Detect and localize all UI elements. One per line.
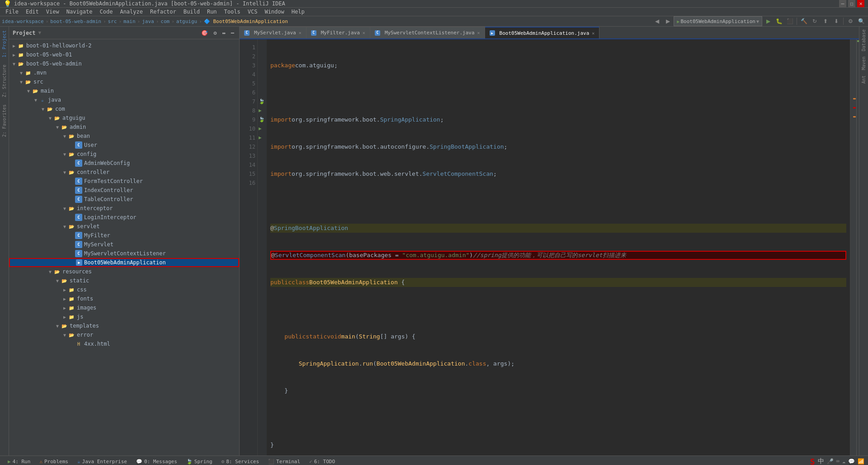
menu-view[interactable]: View: [42, 8, 63, 16]
menu-code[interactable]: Code: [96, 8, 117, 16]
build-button[interactable]: 🔨: [799, 16, 809, 26]
tab-myservlet[interactable]: C MyServlet.java ✕: [240, 27, 307, 38]
tree-item-login-interceptor[interactable]: C LoginInterceptor: [9, 213, 239, 222]
bottom-tab-run[interactable]: ▶ 4: Run: [4, 456, 34, 465]
tree-item-index-controller[interactable]: C IndexController: [9, 186, 239, 195]
panel-database[interactable]: Database: [860, 27, 867, 54]
settings-button[interactable]: ⚙: [845, 16, 855, 26]
tree-item-interceptor[interactable]: ▼ 📂 interceptor: [9, 204, 239, 213]
menu-file[interactable]: File: [2, 8, 22, 16]
tree-item-js[interactable]: ▶ 📁 js: [9, 312, 239, 321]
panel-locate-btn[interactable]: 🎯: [200, 29, 209, 37]
search-button[interactable]: 🔍: [856, 16, 866, 26]
menu-run[interactable]: Run: [203, 8, 221, 16]
breadcrumb-src[interactable]: src: [108, 19, 117, 24]
tree-item-admin[interactable]: ▼ 📂 admin: [9, 122, 239, 132]
refresh-button[interactable]: ↻: [810, 16, 820, 26]
panel-expand-btn[interactable]: ↔: [221, 29, 227, 37]
tree-item-main[interactable]: ▼ 📂 main: [9, 86, 239, 95]
menu-navigate[interactable]: Navigate: [63, 8, 96, 16]
tree-item-images[interactable]: ▶ 📁 images: [9, 303, 239, 312]
panel-maven[interactable]: Maven: [860, 54, 867, 73]
breadcrumb-main[interactable]: main: [123, 19, 136, 24]
git-fetch[interactable]: ⬇: [831, 16, 841, 26]
tree-item-myswervlet[interactable]: C MySwervletContextListener: [9, 249, 239, 258]
tab-close-myservlet[interactable]: ✕: [299, 30, 302, 35]
run-button[interactable]: ▶: [763, 16, 773, 26]
menu-edit[interactable]: Edit: [22, 8, 42, 16]
tree-item-boot05-01[interactable]: ▶ 📁 boot-05-web-01: [9, 50, 239, 59]
tree-item-bean[interactable]: ▼ 📂 bean: [9, 132, 239, 141]
debug-button[interactable]: 🐛: [774, 16, 784, 26]
tree-item-static[interactable]: ▼ 📂 static: [9, 276, 239, 285]
stop-button[interactable]: ⬛: [785, 16, 795, 26]
tree-item-fonts[interactable]: ▶ 📁 fonts: [9, 294, 239, 303]
menu-vcs[interactable]: VCS: [244, 8, 261, 16]
editor-scrollbar[interactable]: [850, 39, 856, 456]
forward-button[interactable]: ▶: [663, 16, 673, 26]
tree-item-servlet[interactable]: ▼ 📂 servlet: [9, 222, 239, 231]
tree-item-error[interactable]: ▼ 📂 error: [9, 330, 239, 339]
tree-item-resources[interactable]: ▼ 📂 resources: [9, 267, 239, 276]
menu-tools[interactable]: Tools: [221, 8, 244, 16]
bottom-tab-java-enterprise[interactable]: ☕ Java Enterprise: [73, 456, 131, 465]
bottom-tab-services[interactable]: ⚙ 8: Services: [217, 456, 263, 465]
run-config-dropdown[interactable]: ▶ Boot05WebAdminApplication ▼: [674, 16, 762, 26]
menu-build[interactable]: Build: [180, 8, 203, 16]
bottom-tab-todo[interactable]: ✓ 6: TODO: [305, 456, 339, 465]
close-button[interactable]: ✕: [857, 0, 864, 7]
breadcrumb-com[interactable]: com: [160, 19, 170, 24]
tree-item-atguigu[interactable]: ▼ 📂 atguigu: [9, 113, 239, 122]
tree-item-adminwebconfig[interactable]: C AdminWebConfig: [9, 159, 239, 168]
back-button[interactable]: ◀: [652, 16, 662, 26]
menu-refactor[interactable]: Refactor: [146, 8, 180, 16]
bottom-tab-problems[interactable]: ⚠ Problems: [35, 456, 72, 465]
git-button[interactable]: ⬆: [821, 16, 830, 26]
tab-close-myswervlet[interactable]: ✕: [477, 30, 480, 35]
folder-icon: 📁: [24, 69, 32, 76]
tree-item-boot05-app[interactable]: ▶ Boot05WebAdminApplication: [9, 258, 239, 267]
breadcrumb-class[interactable]: 🔷 Boot05WebAdminApplication: [204, 19, 288, 24]
breadcrumb-java[interactable]: java: [142, 19, 154, 24]
tree-item-com[interactable]: ▼ 📂 com: [9, 104, 239, 113]
bottom-tab-spring[interactable]: 🍃 Spring: [182, 456, 217, 465]
tree-item-controller[interactable]: ▼ 📂 controller: [9, 168, 239, 177]
code-editor[interactable]: package com.atguigu; import org.springfr…: [267, 39, 850, 456]
tab-close-boot05app[interactable]: ✕: [592, 31, 594, 36]
tree-item-table-controller[interactable]: C TableController: [9, 195, 239, 204]
tree-item-css[interactable]: ▶ 📁 css: [9, 285, 239, 294]
panel-ant[interactable]: Ant: [860, 73, 867, 86]
tab-boot05app[interactable]: ▶ Boot05WebAdminApplication.java ✕: [485, 27, 600, 38]
tab-myfilter[interactable]: C MyFilter.java ✕: [307, 27, 370, 38]
tree-item-boot05-admin[interactable]: ▼ 📂 boot-05-web-admin: [9, 59, 239, 68]
bottom-tab-messages[interactable]: 💬 0: Messages: [132, 456, 181, 465]
breadcrumb-boot-05[interactable]: boot-05-web-admin: [50, 19, 101, 24]
tree-item-formtest[interactable]: C FormTestController: [9, 177, 239, 186]
vtab-structure[interactable]: Z: Structure: [1, 61, 8, 101]
panel-hide-btn[interactable]: —: [230, 29, 236, 37]
menu-window[interactable]: Window: [261, 8, 288, 16]
vtab-project[interactable]: 1: Project: [1, 27, 8, 61]
tree-item-mvn[interactable]: ▼ 📁 .mvn: [9, 68, 239, 77]
tree-item-myfilter[interactable]: C MyFilter: [9, 231, 239, 240]
tree-item-myservlet[interactable]: C MyServlet: [9, 240, 239, 249]
tree-item-4xx[interactable]: H 4xx.html: [9, 339, 239, 348]
tree-item-java[interactable]: ▼ ☕ java: [9, 95, 239, 104]
tree-item-user[interactable]: C User: [9, 141, 239, 150]
tree-item-boot01[interactable]: ▶ 📁 boot-01-helloworld-2: [9, 41, 239, 50]
minimize-button[interactable]: ─: [839, 0, 846, 7]
tree-item-templates[interactable]: ▼ 📂 templates: [9, 321, 239, 330]
maximize-button[interactable]: □: [848, 0, 855, 7]
breadcrumb-idea-workspace[interactable]: idea-workspace: [2, 19, 44, 24]
panel-settings-btn[interactable]: ⚙: [212, 29, 218, 37]
tree-item-config[interactable]: ▼ 📂 config: [9, 150, 239, 159]
tab-myswervlet[interactable]: C MySwervletContextListener.java ✕: [370, 27, 485, 38]
tab-close-myfilter[interactable]: ✕: [363, 30, 365, 35]
tree-label: resources: [62, 268, 92, 275]
bottom-tab-terminal[interactable]: ⬛ Terminal: [264, 456, 304, 465]
vtab-favorites[interactable]: 2: Favorites: [1, 101, 8, 141]
tree-item-src[interactable]: ▼ 📂 src: [9, 77, 239, 86]
menu-analyze[interactable]: Analyze: [116, 8, 146, 16]
breadcrumb-atguigu[interactable]: atguigu: [176, 19, 197, 24]
menu-help[interactable]: Help: [288, 8, 308, 16]
